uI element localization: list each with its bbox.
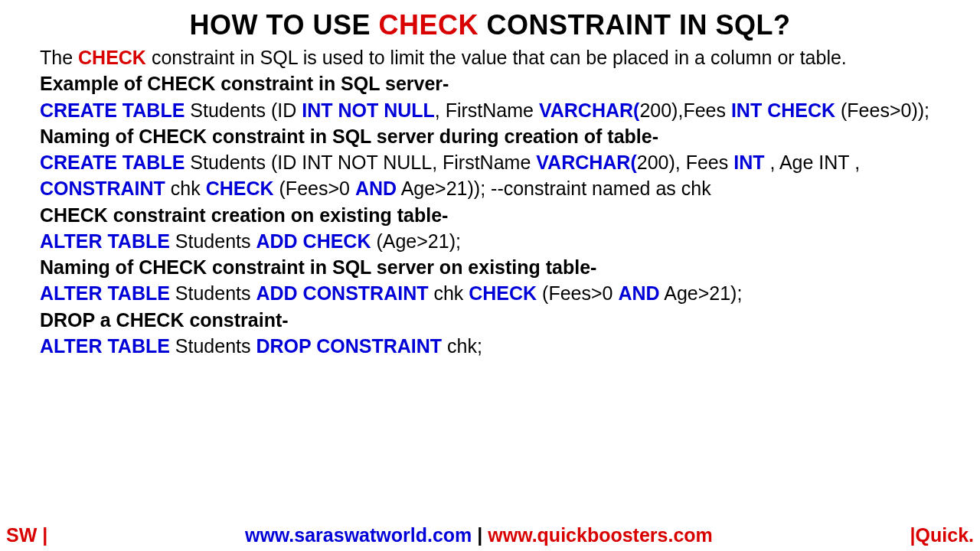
code-create-named-a: CREATE TABLE Students (ID INT NOT NULL, …	[40, 152, 940, 172]
code-text: Students	[170, 230, 256, 252]
content-area: HOW TO USE CHECK CONSTRAINT IN SQL? The …	[0, 0, 980, 356]
footer-bar: SW | www.saraswatworld.com | www.quickbo…	[0, 524, 980, 546]
code-text: (Fees>0	[279, 178, 355, 199]
title-pre: HOW TO USE	[190, 9, 379, 41]
code-text: chk	[171, 178, 206, 199]
kw-add-constraint: ADD CONSTRAINT	[256, 282, 433, 304]
code-create-named-b: CONSTRAINT chk CHECK (Fees>0 AND Age>21)…	[40, 178, 940, 198]
intro-keyword: CHECK	[78, 47, 146, 68]
kw-int-not-null: INT NOT NULL	[302, 99, 435, 121]
footer-pipe: |	[472, 524, 488, 546]
heading-naming-create: Naming of CHECK constraint in SQL server…	[40, 126, 940, 146]
code-text: chk;	[447, 335, 482, 357]
heading-example: Example of CHECK constraint in SQL serve…	[40, 73, 940, 93]
kw-create-table: CREATE TABLE	[40, 99, 185, 121]
code-alter-add-check: ALTER TABLE Students ADD CHECK (Age>21);	[40, 231, 940, 251]
kw-alter-table: ALTER TABLE	[40, 230, 170, 252]
kw-drop-constraint: DROP CONSTRAINT	[256, 335, 447, 357]
code-text: , FirstName	[435, 99, 539, 121]
code-text: chk	[433, 282, 469, 304]
kw-int-check: INT CHECK	[731, 99, 841, 121]
title-post: CONSTRAINT IN SQL?	[479, 9, 791, 41]
footer-left: SW |	[6, 524, 47, 546]
page-title: HOW TO USE CHECK CONSTRAINT IN SQL?	[40, 9, 940, 41]
kw-varchar: VARCHAR(	[536, 152, 636, 173]
kw-alter-table: ALTER TABLE	[40, 282, 170, 304]
kw-check: CHECK	[469, 282, 542, 304]
kw-and: AND	[618, 282, 659, 304]
code-text: 200), Fees	[637, 152, 733, 173]
code-text: Age>21)); --constraint named as chk	[397, 178, 711, 199]
code-create-table: CREATE TABLE Students (ID INT NOT NULL, …	[40, 100, 940, 120]
kw-check: CHECK	[206, 178, 279, 199]
heading-existing-table: CHECK constraint creation on existing ta…	[40, 205, 940, 225]
kw-create-table: CREATE TABLE	[40, 152, 185, 173]
intro-t1: The	[40, 47, 78, 68]
footer-url-1: www.saraswatworld.com	[245, 524, 472, 546]
code-text: Students (ID	[185, 99, 302, 121]
heading-drop: DROP a CHECK constraint-	[40, 310, 940, 330]
footer-center: www.saraswatworld.com | www.quickbooster…	[47, 524, 910, 546]
intro-paragraph: The CHECK constraint in SQL is used to l…	[40, 47, 940, 67]
title-keyword: CHECK	[378, 9, 479, 41]
code-text: (Fees>0));	[841, 99, 929, 121]
code-text: Students (ID INT NOT NULL, FirstName	[185, 152, 536, 173]
code-text: (Fees>0	[542, 282, 618, 304]
code-text: , Age INT ,	[769, 152, 860, 173]
footer-url-2: www.quickboosters.com	[488, 524, 713, 546]
code-text: Students	[170, 335, 256, 357]
code-text: 200),Fees	[639, 99, 731, 121]
kw-add-check: ADD CHECK	[256, 230, 376, 252]
kw-constraint: CONSTRAINT	[40, 178, 171, 199]
kw-and: AND	[355, 178, 397, 199]
code-drop-constraint: ALTER TABLE Students DROP CONSTRAINT chk…	[40, 336, 940, 356]
kw-alter-table: ALTER TABLE	[40, 335, 170, 357]
heading-naming-existing: Naming of CHECK constraint in SQL server…	[40, 257, 940, 277]
code-text: (Age>21);	[376, 230, 461, 252]
code-text: Students	[170, 282, 256, 304]
kw-varchar: VARCHAR(	[539, 99, 639, 121]
code-alter-add-constraint: ALTER TABLE Students ADD CONSTRAINT chk …	[40, 283, 940, 303]
intro-t2: constraint in SQL is used to limit the v…	[146, 47, 847, 68]
kw-int: INT	[733, 152, 769, 173]
code-text: Age>21);	[660, 282, 743, 304]
footer-right: |Quick.	[910, 524, 974, 546]
